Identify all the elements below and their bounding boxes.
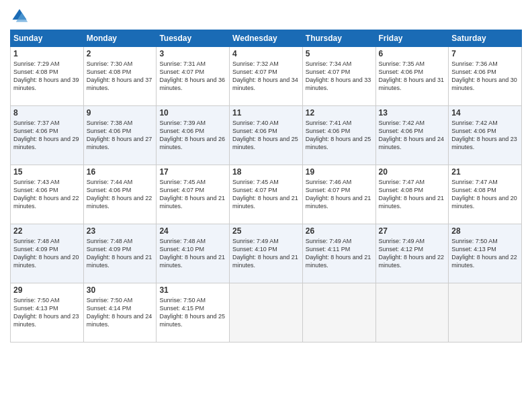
- cell-details: Sunrise: 7:48 AMSunset: 4:09 PMDaylight:…: [87, 237, 154, 270]
- day-header-tuesday: Tuesday: [157, 30, 230, 47]
- day-header-friday: Friday: [375, 30, 449, 47]
- calendar-cell: 17Sunrise: 7:45 AMSunset: 4:07 PMDayligh…: [157, 165, 230, 224]
- cell-details: Sunrise: 7:47 AMSunset: 4:08 PMDaylight:…: [379, 178, 446, 211]
- calendar-week-row: 1Sunrise: 7:29 AMSunset: 4:08 PMDaylight…: [11, 47, 522, 106]
- cell-details: Sunrise: 7:35 AMSunset: 4:06 PMDaylight:…: [379, 60, 446, 93]
- cell-details: Sunrise: 7:40 AMSunset: 4:06 PMDaylight:…: [232, 119, 300, 152]
- calendar-cell: 21Sunrise: 7:47 AMSunset: 4:08 PMDayligh…: [449, 165, 522, 224]
- cell-details: Sunrise: 7:50 AMSunset: 4:13 PMDaylight:…: [451, 237, 519, 270]
- day-number: 25: [232, 226, 300, 236]
- cell-details: Sunrise: 7:30 AMSunset: 4:08 PMDaylight:…: [87, 60, 154, 93]
- day-number: 5: [306, 49, 373, 58]
- calendar-cell: 13Sunrise: 7:42 AMSunset: 4:06 PMDayligh…: [375, 106, 449, 165]
- cell-details: Sunrise: 7:50 AMSunset: 4:15 PMDaylight:…: [159, 296, 226, 329]
- calendar-cell: 22Sunrise: 7:48 AMSunset: 4:09 PMDayligh…: [11, 224, 84, 283]
- calendar-cell: 25Sunrise: 7:49 AMSunset: 4:10 PMDayligh…: [230, 224, 303, 283]
- calendar-cell: 19Sunrise: 7:46 AMSunset: 4:07 PMDayligh…: [302, 165, 375, 224]
- calendar-cell: 23Sunrise: 7:48 AMSunset: 4:09 PMDayligh…: [83, 224, 157, 283]
- calendar-cell: [449, 283, 522, 342]
- page: SundayMondayTuesdayWednesdayThursdayFrid…: [0, 0, 532, 411]
- cell-details: Sunrise: 7:37 AMSunset: 4:06 PMDaylight:…: [13, 119, 81, 152]
- day-number: 28: [451, 226, 519, 236]
- cell-details: Sunrise: 7:48 AMSunset: 4:10 PMDaylight:…: [159, 237, 226, 270]
- calendar-cell: 8Sunrise: 7:37 AMSunset: 4:06 PMDaylight…: [11, 106, 84, 165]
- cell-details: Sunrise: 7:34 AMSunset: 4:07 PMDaylight:…: [306, 60, 373, 93]
- day-header-monday: Monday: [83, 30, 157, 47]
- day-number: 31: [159, 285, 226, 295]
- cell-details: Sunrise: 7:49 AMSunset: 4:12 PMDaylight:…: [379, 237, 446, 270]
- calendar-cell: 15Sunrise: 7:43 AMSunset: 4:06 PMDayligh…: [11, 165, 84, 224]
- day-number: 18: [232, 167, 300, 177]
- day-number: 24: [159, 226, 226, 236]
- calendar-cell: [375, 283, 449, 342]
- cell-details: Sunrise: 7:42 AMSunset: 4:06 PMDaylight:…: [451, 119, 519, 152]
- calendar-cell: 20Sunrise: 7:47 AMSunset: 4:08 PMDayligh…: [375, 165, 449, 224]
- calendar-cell: 31Sunrise: 7:50 AMSunset: 4:15 PMDayligh…: [157, 283, 230, 342]
- cell-details: Sunrise: 7:42 AMSunset: 4:06 PMDaylight:…: [379, 119, 446, 152]
- cell-details: Sunrise: 7:45 AMSunset: 4:07 PMDaylight:…: [159, 178, 226, 211]
- day-number: 9: [87, 108, 154, 118]
- day-number: 12: [306, 108, 373, 118]
- calendar-cell: 3Sunrise: 7:31 AMSunset: 4:07 PMDaylight…: [157, 47, 230, 106]
- cell-details: Sunrise: 7:44 AMSunset: 4:06 PMDaylight:…: [87, 178, 154, 211]
- cell-details: Sunrise: 7:36 AMSunset: 4:06 PMDaylight:…: [451, 60, 519, 93]
- calendar-table: SundayMondayTuesdayWednesdayThursdayFrid…: [10, 30, 522, 342]
- calendar-week-row: 29Sunrise: 7:50 AMSunset: 4:13 PMDayligh…: [11, 283, 522, 342]
- calendar-cell: 14Sunrise: 7:42 AMSunset: 4:06 PMDayligh…: [449, 106, 522, 165]
- day-number: 7: [451, 49, 519, 58]
- day-number: 19: [306, 167, 373, 177]
- calendar-cell: 26Sunrise: 7:49 AMSunset: 4:11 PMDayligh…: [302, 224, 375, 283]
- day-header-saturday: Saturday: [449, 30, 522, 47]
- calendar-cell: 27Sunrise: 7:49 AMSunset: 4:12 PMDayligh…: [375, 224, 449, 283]
- day-number: 2: [87, 49, 154, 58]
- logo: [10, 7, 32, 26]
- calendar-cell: 12Sunrise: 7:41 AMSunset: 4:06 PMDayligh…: [302, 106, 375, 165]
- calendar-cell: 1Sunrise: 7:29 AMSunset: 4:08 PMDaylight…: [11, 47, 84, 106]
- calendar-cell: 18Sunrise: 7:45 AMSunset: 4:07 PMDayligh…: [230, 165, 303, 224]
- cell-details: Sunrise: 7:29 AMSunset: 4:08 PMDaylight:…: [13, 60, 81, 93]
- day-number: 27: [379, 226, 446, 236]
- day-number: 11: [232, 108, 300, 118]
- calendar-cell: [230, 283, 303, 342]
- cell-details: Sunrise: 7:47 AMSunset: 4:08 PMDaylight:…: [451, 178, 519, 211]
- day-number: 21: [451, 167, 519, 177]
- calendar-cell: 4Sunrise: 7:32 AMSunset: 4:07 PMDaylight…: [230, 47, 303, 106]
- day-number: 17: [159, 167, 226, 177]
- calendar-cell: 24Sunrise: 7:48 AMSunset: 4:10 PMDayligh…: [157, 224, 230, 283]
- day-number: 8: [13, 108, 81, 118]
- cell-details: Sunrise: 7:49 AMSunset: 4:11 PMDaylight:…: [306, 237, 373, 270]
- calendar-cell: [302, 283, 375, 342]
- day-number: 23: [87, 226, 154, 236]
- calendar-cell: 30Sunrise: 7:50 AMSunset: 4:14 PMDayligh…: [83, 283, 157, 342]
- cell-details: Sunrise: 7:50 AMSunset: 4:13 PMDaylight:…: [13, 296, 81, 329]
- calendar-cell: 9Sunrise: 7:38 AMSunset: 4:06 PMDaylight…: [83, 106, 157, 165]
- calendar-cell: 10Sunrise: 7:39 AMSunset: 4:06 PMDayligh…: [157, 106, 230, 165]
- calendar-cell: 11Sunrise: 7:40 AMSunset: 4:06 PMDayligh…: [230, 106, 303, 165]
- cell-details: Sunrise: 7:38 AMSunset: 4:06 PMDaylight:…: [87, 119, 154, 152]
- calendar-week-row: 8Sunrise: 7:37 AMSunset: 4:06 PMDaylight…: [11, 106, 522, 165]
- day-number: 6: [379, 49, 446, 58]
- logo-icon: [10, 7, 29, 26]
- day-number: 20: [379, 167, 446, 177]
- calendar-cell: 7Sunrise: 7:36 AMSunset: 4:06 PMDaylight…: [449, 47, 522, 106]
- cell-details: Sunrise: 7:48 AMSunset: 4:09 PMDaylight:…: [13, 237, 81, 270]
- cell-details: Sunrise: 7:45 AMSunset: 4:07 PMDaylight:…: [232, 178, 300, 211]
- day-number: 22: [13, 226, 81, 236]
- day-number: 4: [232, 49, 300, 58]
- day-number: 29: [13, 285, 81, 295]
- day-number: 13: [379, 108, 446, 118]
- cell-details: Sunrise: 7:31 AMSunset: 4:07 PMDaylight:…: [159, 60, 226, 93]
- day-number: 3: [159, 49, 226, 58]
- day-header-thursday: Thursday: [302, 30, 375, 47]
- day-number: 16: [87, 167, 154, 177]
- calendar-cell: 5Sunrise: 7:34 AMSunset: 4:07 PMDaylight…: [302, 47, 375, 106]
- cell-details: Sunrise: 7:43 AMSunset: 4:06 PMDaylight:…: [13, 178, 81, 211]
- cell-details: Sunrise: 7:49 AMSunset: 4:10 PMDaylight:…: [232, 237, 300, 270]
- calendar-cell: 2Sunrise: 7:30 AMSunset: 4:08 PMDaylight…: [83, 47, 157, 106]
- day-number: 1: [13, 49, 81, 58]
- day-header-wednesday: Wednesday: [230, 30, 303, 47]
- cell-details: Sunrise: 7:46 AMSunset: 4:07 PMDaylight:…: [306, 178, 373, 211]
- day-number: 14: [451, 108, 519, 118]
- calendar-cell: 29Sunrise: 7:50 AMSunset: 4:13 PMDayligh…: [11, 283, 84, 342]
- calendar-cell: 28Sunrise: 7:50 AMSunset: 4:13 PMDayligh…: [449, 224, 522, 283]
